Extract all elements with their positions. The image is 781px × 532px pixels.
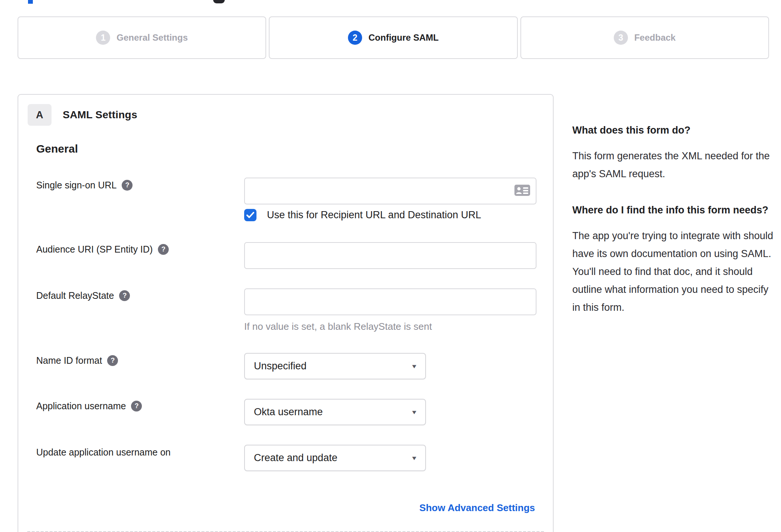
section-title: SAML Settings	[63, 109, 137, 121]
application-username-help-icon[interactable]: ?	[131, 401, 142, 411]
step-1-label: General Settings	[116, 32, 188, 43]
step-2-label: Configure SAML	[368, 32, 439, 43]
header-icon-fragment	[213, 0, 225, 3]
recipient-url-checkbox[interactable]	[244, 209, 256, 221]
autofill-contact-icon[interactable]	[514, 184, 530, 198]
update-application-username-value: Create and update	[254, 452, 411, 464]
single-sign-on-url-input-wrap	[244, 178, 536, 204]
chevron-down-icon: ▼	[411, 455, 418, 461]
default-relaystate-help-icon[interactable]: ?	[119, 290, 130, 301]
recipient-url-checkbox-label: Use this for Recipient URL and Destinati…	[267, 209, 481, 221]
update-application-username-select[interactable]: Create and update ▼	[244, 445, 426, 471]
sidebar-question-1: What does this form do?	[572, 122, 774, 138]
step-2-number-badge: 2	[348, 31, 362, 45]
default-relaystate-label: Default RelayState ?	[36, 290, 130, 301]
step-1-number-badge: 1	[96, 31, 110, 45]
chevron-down-icon: ▼	[411, 409, 418, 415]
section-header: A SAML Settings	[28, 104, 137, 126]
update-application-username-label: Update application username on	[36, 447, 171, 458]
step-feedback[interactable]: 3 Feedback	[520, 16, 769, 59]
application-username-value: Okta username	[254, 406, 411, 418]
sidebar-answer-1: This form generates the XML needed for t…	[572, 147, 774, 183]
name-id-format-help-icon[interactable]: ?	[107, 355, 118, 366]
general-group-heading: General	[36, 143, 78, 155]
help-sidebar: What does this form do? This form genera…	[572, 122, 774, 316]
step-3-label: Feedback	[634, 32, 676, 43]
single-sign-on-url-input[interactable]	[244, 178, 536, 204]
audience-uri-label: Audience URI (SP Entity ID) ?	[36, 244, 169, 255]
application-username-select[interactable]: Okta username ▼	[244, 399, 426, 425]
sidebar-answer-2: The app you're trying to integrate with …	[572, 227, 774, 316]
single-sign-on-url-help-icon[interactable]: ?	[122, 180, 133, 191]
step-general-settings[interactable]: 1 General Settings	[18, 16, 266, 59]
name-id-format-label: Name ID format ?	[36, 355, 118, 366]
wizard-stepper: 1 General Settings 2 Configure SAML 3 Fe…	[18, 16, 769, 59]
name-id-format-select[interactable]: Unspecified ▼	[244, 353, 426, 379]
show-advanced-settings-link[interactable]: Show Advanced Settings	[419, 502, 535, 514]
application-username-label: Application username ?	[36, 401, 142, 411]
audience-uri-help-icon[interactable]: ?	[158, 244, 169, 255]
chevron-down-icon: ▼	[411, 363, 418, 369]
name-id-format-value: Unspecified	[254, 360, 411, 372]
header-link-fragment	[28, 0, 33, 4]
saml-settings-panel: A SAML Settings General Single sign-on U…	[18, 94, 554, 532]
relaystate-helper-text: If no value is set, a blank RelayState i…	[244, 321, 432, 332]
recipient-url-checkbox-row: Use this for Recipient URL and Destinati…	[244, 209, 481, 221]
section-a-badge: A	[28, 104, 52, 126]
single-sign-on-url-label: Single sign-on URL ?	[36, 180, 133, 191]
audience-uri-input[interactable]	[244, 242, 536, 269]
default-relaystate-input[interactable]	[244, 288, 536, 315]
sidebar-question-2: Where do I find the info this form needs…	[572, 202, 774, 218]
step-configure-saml[interactable]: 2 Configure SAML	[269, 16, 517, 59]
step-3-number-badge: 3	[614, 31, 628, 45]
